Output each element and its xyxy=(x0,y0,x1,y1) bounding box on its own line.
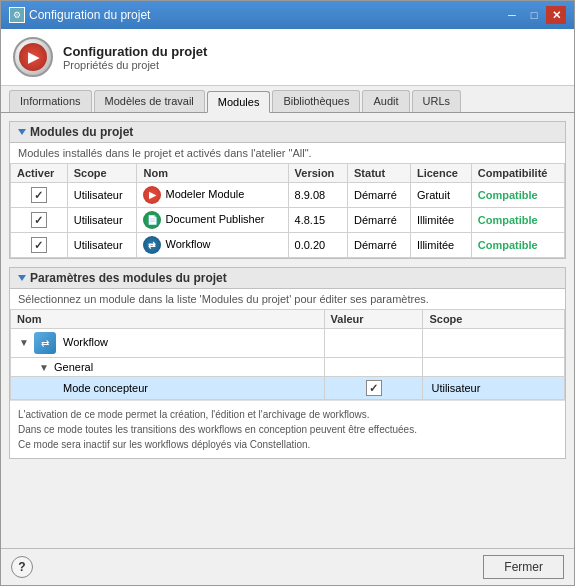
module-name-2: 📄Document Publisher xyxy=(137,208,288,233)
module-licence-3: Illimitée xyxy=(410,233,471,258)
main-window: ⚙ Configuration du projet ─ □ ✕ ▶ Config… xyxy=(0,0,575,586)
params-table: Nom Valeur Scope ▼ ⇄ Workflow xyxy=(10,309,565,400)
col-version: Version xyxy=(288,164,347,183)
module-status-2: Démarré xyxy=(348,208,411,233)
modules-table: Activer Scope Nom Version Statut Licence… xyxy=(10,163,565,258)
params-section-desc: Sélectionnez un module dans la liste 'Mo… xyxy=(10,289,565,309)
checkbox-3[interactable] xyxy=(31,237,47,253)
module-compat-1: Compatible xyxy=(471,183,564,208)
checkbox-2[interactable] xyxy=(31,212,47,228)
params-mode-row: Mode concepteur Utilisateur xyxy=(11,377,565,400)
header: ▶ Configuration du projet Propriétés du … xyxy=(1,29,574,86)
module-status-3: Démarré xyxy=(348,233,411,258)
module-scope-3: Utilisateur xyxy=(67,233,137,258)
logo-inner: ▶ xyxy=(19,43,47,71)
module-version-1: 8.9.08 xyxy=(288,183,347,208)
col-licence: Licence xyxy=(410,164,471,183)
tab-modeles[interactable]: Modèles de travail xyxy=(94,90,205,112)
app-logo: ▶ xyxy=(13,37,53,77)
params-workflow-scope xyxy=(423,329,565,358)
module-licence-2: Illimitée xyxy=(410,208,471,233)
general-label: General xyxy=(54,361,93,373)
fermer-button[interactable]: Fermer xyxy=(483,555,564,579)
tab-bibliotheques[interactable]: Bibliothèques xyxy=(272,90,360,112)
header-title: Configuration du projet xyxy=(63,44,207,59)
modules-section-desc: Modules installés dans le projet et acti… xyxy=(10,143,565,163)
header-text: Configuration du projet Propriétés du pr… xyxy=(63,44,207,71)
params-col-nom: Nom xyxy=(11,310,325,329)
modules-section: Modules du projet Modules installés dans… xyxy=(9,121,566,259)
mode-label: Mode concepteur xyxy=(63,382,148,394)
minimize-button[interactable]: ─ xyxy=(502,6,522,24)
modules-section-title: Modules du projet xyxy=(30,125,133,139)
col-scope: Scope xyxy=(67,164,137,183)
table-row: Utilisateur ▶Modeler Module 8.9.08 Démar… xyxy=(11,183,565,208)
module-scope-1: Utilisateur xyxy=(67,183,137,208)
tab-informations[interactable]: Informations xyxy=(9,90,92,112)
params-mode-value[interactable] xyxy=(324,377,423,400)
module-licence-1: Gratuit xyxy=(410,183,471,208)
module-version-3: 0.0.20 xyxy=(288,233,347,258)
tree-expand-icon[interactable]: ▼ xyxy=(19,337,29,348)
close-window-button[interactable]: ✕ xyxy=(546,6,566,24)
workflow-label: Workflow xyxy=(63,336,108,348)
params-workflow-value xyxy=(324,329,423,358)
checkbox-1[interactable] xyxy=(31,187,47,203)
modules-expand-icon[interactable] xyxy=(18,129,26,135)
table-row: Utilisateur ⇄Workflow 0.0.20 Démarré Ill… xyxy=(11,233,565,258)
module-compat-2: Compatible xyxy=(471,208,564,233)
tab-modules[interactable]: Modules xyxy=(207,91,271,113)
app-icon: ⚙ xyxy=(9,7,25,23)
tree-expand-general-icon[interactable]: ▼ xyxy=(39,362,49,373)
header-subtitle: Propriétés du projet xyxy=(63,59,207,71)
col-statut: Statut xyxy=(348,164,411,183)
module-scope-2: Utilisateur xyxy=(67,208,137,233)
params-workflow-row: ▼ ⇄ Workflow xyxy=(11,329,565,358)
window-controls: ─ □ ✕ xyxy=(502,6,566,24)
table-row: Utilisateur 📄Document Publisher 4.8.15 D… xyxy=(11,208,565,233)
params-expand-icon[interactable] xyxy=(18,275,26,281)
module-active-2[interactable] xyxy=(11,208,68,233)
params-section-title: Paramètres des modules du projet xyxy=(30,271,227,285)
params-general-row: ▼ General xyxy=(11,358,565,377)
title-bar: ⚙ Configuration du projet ─ □ ✕ xyxy=(1,1,574,29)
module-active-3[interactable] xyxy=(11,233,68,258)
col-activer: Activer xyxy=(11,164,68,183)
workflow-module-icon: ⇄ xyxy=(143,236,161,254)
module-name-3: ⇄Workflow xyxy=(137,233,288,258)
module-compat-3: Compatible xyxy=(471,233,564,258)
params-section-header: Paramètres des modules du projet xyxy=(10,268,565,289)
publisher-icon: 📄 xyxy=(143,211,161,229)
tab-bar: Informations Modèles de travail Modules … xyxy=(1,86,574,113)
params-col-scope: Scope xyxy=(423,310,565,329)
content-area: Modules du projet Modules installés dans… xyxy=(1,113,574,548)
maximize-button[interactable]: □ xyxy=(524,6,544,24)
workflow-tree-icon: ⇄ xyxy=(34,332,56,354)
params-footer-note: L'activation de ce mode permet la créati… xyxy=(10,400,565,458)
module-name-1: ▶Modeler Module xyxy=(137,183,288,208)
params-workflow-name: ▼ ⇄ Workflow xyxy=(11,329,325,358)
modeler-icon: ▶ xyxy=(143,186,161,204)
params-general-value xyxy=(324,358,423,377)
params-general-name: ▼ General xyxy=(11,358,325,377)
window-title: Configuration du projet xyxy=(29,8,150,22)
params-section: Paramètres des modules du projet Sélecti… xyxy=(9,267,566,459)
params-general-scope xyxy=(423,358,565,377)
help-button[interactable]: ? xyxy=(11,556,33,578)
modules-section-header: Modules du projet xyxy=(10,122,565,143)
bottom-bar: ? Fermer xyxy=(1,548,574,585)
col-compatibilite: Compatibilité xyxy=(471,164,564,183)
params-col-valeur: Valeur xyxy=(324,310,423,329)
mode-checkbox[interactable] xyxy=(366,380,382,396)
module-status-1: Démarré xyxy=(348,183,411,208)
tab-urls[interactable]: URLs xyxy=(412,90,462,112)
tab-audit[interactable]: Audit xyxy=(362,90,409,112)
module-active-1[interactable] xyxy=(11,183,68,208)
col-nom: Nom xyxy=(137,164,288,183)
params-mode-name: Mode concepteur xyxy=(11,377,325,400)
params-mode-scope: Utilisateur xyxy=(423,377,565,400)
module-version-2: 4.8.15 xyxy=(288,208,347,233)
